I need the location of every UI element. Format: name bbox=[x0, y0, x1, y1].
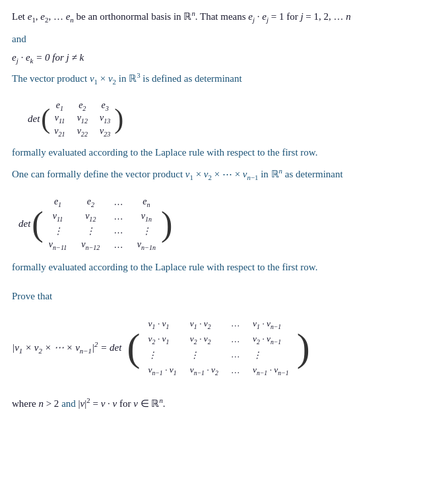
pm-4-3: … bbox=[232, 365, 240, 376]
cell-3-3: v23 bbox=[100, 126, 110, 138]
ncell-1-3: … bbox=[114, 197, 122, 208]
matrix-body-1: e1 e2 e3 v11 v12 v13 v21 v22 v23 bbox=[50, 98, 114, 140]
pm-3-1: ⋮ bbox=[148, 349, 176, 361]
pm-3-4: ⋮ bbox=[253, 349, 289, 361]
ncell-1-1: e1 bbox=[49, 196, 67, 208]
matrix-parens-2: ( e1 e2 … en v11 v12 … v1n ⋮ ⋮ … ⋮ vn−11… bbox=[32, 193, 172, 255]
ncell-4-2: vn−12 bbox=[81, 239, 100, 251]
cell-2-2: v12 bbox=[77, 113, 88, 125]
prove-lhs-text: |v1 × v2 × ⋯ × vn−1|2 = det bbox=[12, 340, 121, 355]
ncell-3-1: ⋮ bbox=[49, 226, 67, 237]
matrix-parens-1: ( e1 e2 e3 v11 v12 v13 v21 v22 v23 ) bbox=[41, 98, 123, 140]
det-matrix-3x3: det ( e1 e2 e3 v11 v12 v13 v21 v22 v23 ) bbox=[28, 98, 123, 140]
ncell-2-4: v1n bbox=[137, 211, 156, 223]
pm-1-4: v1 · vn−1 bbox=[253, 318, 289, 330]
right-paren-1: ) bbox=[114, 98, 123, 140]
matrix-body-2: e1 e2 … en v11 v12 … v1n ⋮ ⋮ … ⋮ vn−11 v… bbox=[44, 193, 161, 255]
ncell-2-3: … bbox=[114, 212, 122, 222]
ncell-2-2: v12 bbox=[81, 211, 100, 223]
formally-2: formally evaluated according to the Lapl… bbox=[12, 259, 436, 275]
and-2: and bbox=[61, 398, 76, 409]
generalize-intro: One can formally define the vector produ… bbox=[12, 166, 436, 183]
pm-4-1: vn−1 · v1 bbox=[148, 365, 176, 377]
page-content: Let e1, e2, … en be an orthonormal basis… bbox=[12, 8, 436, 411]
ncell-4-3: … bbox=[114, 240, 122, 251]
cell-1-3: e3 bbox=[100, 100, 110, 112]
cell-3-2: v22 bbox=[77, 126, 88, 138]
ncell-3-3: … bbox=[114, 226, 122, 236]
ncell-2-1: v11 bbox=[49, 211, 67, 223]
pm-3-3: … bbox=[232, 349, 240, 360]
cell-2-1: v11 bbox=[54, 113, 65, 125]
ncell-1-4: en bbox=[137, 196, 156, 208]
pm-1-3: … bbox=[232, 318, 240, 329]
cell-1-2: e2 bbox=[77, 100, 88, 112]
prove-matrix-body: v1 · v1 v1 · v2 … v1 · vn−1 v2 · v1 v2 ·… bbox=[140, 312, 296, 383]
ncell-1-2: e2 bbox=[81, 196, 100, 208]
prove-right-paren: ) bbox=[297, 312, 310, 383]
intro-paragraph: Let e1, e2, … en be an orthonormal basis… bbox=[12, 8, 436, 26]
prove-that: Prove that bbox=[12, 288, 436, 304]
pm-2-1: v2 · v1 bbox=[148, 334, 176, 346]
ncell-3-4: ⋮ bbox=[137, 226, 156, 237]
where-formula: |v|2 = v · v for v ∈ ℝn. bbox=[79, 398, 166, 409]
cell-3-1: v21 bbox=[54, 126, 65, 138]
pm-4-4: vn−1 · vn−1 bbox=[253, 365, 289, 377]
prove-formula-block: |v1 × v2 × ⋯ × vn−1|2 = det ( v1 · v1 v1… bbox=[12, 312, 436, 383]
where-label: where n > 2 bbox=[12, 398, 61, 409]
det-label-2: det bbox=[18, 218, 30, 229]
right-paren-2: ) bbox=[161, 193, 172, 255]
ncell-3-2: ⋮ bbox=[81, 226, 100, 237]
det-matrix-nxn: det ( e1 e2 … en v11 v12 … v1n ⋮ ⋮ … ⋮ v… bbox=[18, 193, 172, 255]
pm-2-3: … bbox=[232, 334, 240, 345]
vector-product-intro: The vector product v1 × v2 in ℝ3 is defi… bbox=[12, 70, 436, 88]
ncell-4-1: vn−11 bbox=[49, 239, 67, 251]
and-1: and bbox=[12, 31, 436, 47]
ej-ek-formula: ej · ek = 0 for j ≠ k bbox=[12, 52, 436, 65]
cell-1-1: e1 bbox=[54, 100, 65, 112]
ncell-4-4: vn−1n bbox=[137, 239, 156, 251]
pm-3-2: ⋮ bbox=[190, 349, 218, 361]
pm-1-2: v1 · v2 bbox=[190, 318, 218, 330]
where-line: where n > 2 and |v|2 = v · v for v ∈ ℝn. bbox=[12, 395, 436, 411]
pm-2-4: v2 · vn−1 bbox=[253, 334, 289, 346]
prove-matrix-parens: ( v1 · v1 v1 · v2 … v1 · vn−1 v2 · v1 v2… bbox=[127, 312, 309, 383]
prove-left-paren: ( bbox=[127, 312, 140, 383]
pm-1-1: v1 · v1 bbox=[148, 318, 176, 330]
formally-1: formally evaluated according to the Lapl… bbox=[12, 144, 436, 160]
det-label-1: det bbox=[28, 113, 40, 125]
left-paren-2: ( bbox=[32, 193, 43, 255]
left-paren-1: ( bbox=[41, 98, 50, 140]
pm-4-2: vn−1 · v2 bbox=[190, 365, 218, 377]
pm-2-2: v2 · v2 bbox=[190, 334, 218, 346]
cell-2-3: v13 bbox=[100, 113, 110, 125]
